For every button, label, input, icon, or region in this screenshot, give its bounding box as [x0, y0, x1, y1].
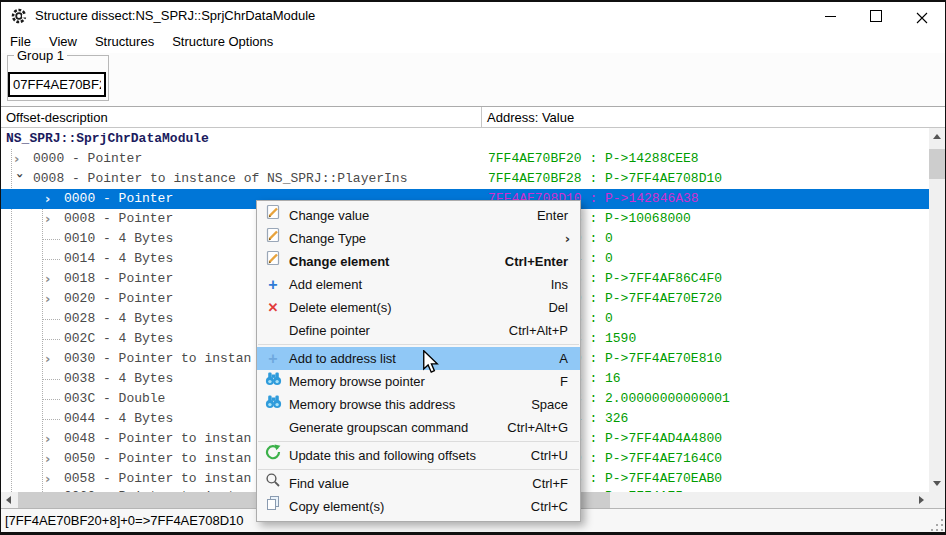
find-icon [257, 472, 289, 495]
chevron-collapsed-icon[interactable]: › [45, 449, 57, 469]
window-controls [807, 2, 945, 30]
title-bar: Structure dissect:NS_SPRJ::SprjChrDataMo… [1, 2, 945, 30]
change-element-icon [257, 250, 289, 273]
close-button[interactable] [899, 2, 945, 30]
tree-row-label: 0000 - Pointer [64, 189, 173, 209]
menu-structures[interactable]: Structures [86, 30, 163, 53]
menu-item-shortcut: Ctrl+Alt+P [509, 323, 580, 338]
column-header[interactable]: Offset-description Address: Value [1, 107, 945, 128]
tree-connector [42, 259, 60, 260]
column-offset-description[interactable]: Offset-description [6, 110, 108, 125]
menu-item-label: Change value [289, 208, 537, 223]
menu-item-change-value[interactable]: Change valueEnter [257, 204, 580, 227]
menu-item-shortcut: F [560, 374, 580, 389]
change-value-icon [257, 204, 289, 227]
chevron-collapsed-icon[interactable]: › [45, 269, 57, 289]
resize-grip-icon[interactable] [930, 518, 943, 531]
menu-item-label: Change Type [289, 231, 565, 246]
tree-row-label: 0018 - Pointer [64, 269, 173, 289]
menu-bar: FileViewStructuresStructure Options [1, 30, 945, 53]
group-address-input[interactable] [8, 72, 106, 97]
tree-row-label: 0028 - 4 Bytes [64, 309, 173, 329]
context-menu: Change valueEnterChange Type›Change elem… [256, 200, 581, 522]
binoculars-icon [257, 370, 289, 393]
column-address-value[interactable]: Address: Value [487, 110, 574, 125]
menu-item-shortcut: Space [531, 397, 580, 412]
chevron-collapsed-icon[interactable]: › [45, 189, 57, 209]
chevron-expanded-icon[interactable]: › [10, 173, 30, 185]
menu-separator [258, 344, 579, 345]
menu-item-shortcut: Ctrl+Alt+G [507, 420, 580, 435]
tree-row-address-value: 7FF4AE70BF28 : P->7FF4AE708D10 [488, 169, 722, 189]
chevron-down-icon [933, 481, 941, 486]
menu-item-update-this-and-following-offsets[interactable]: Update this and following offsetsCtrl+U [257, 444, 580, 467]
menu-item-shortcut: Enter [537, 208, 580, 223]
menu-item-shortcut: Ctrl+Enter [505, 254, 580, 269]
menu-item-label: Define pointer [289, 323, 509, 338]
group-panel: Group 1 [1, 53, 945, 107]
tree-connector [42, 419, 60, 420]
menu-item-add-element[interactable]: +Add elementIns [257, 273, 580, 296]
change-type-icon [257, 227, 289, 250]
cheat-engine-logo-icon [10, 7, 28, 25]
menu-item-change-element[interactable]: Change elementCtrl+Enter [257, 250, 580, 273]
chevron-collapsed-icon[interactable]: › [45, 429, 57, 449]
group-box-label: Group 1 [14, 48, 67, 63]
menu-structure-options[interactable]: Structure Options [163, 30, 282, 53]
tree-row-label: 002C - 4 Bytes [64, 329, 173, 349]
tree-row[interactable]: ›0008 - Pointer to instance of NS_SPRJ::… [1, 169, 929, 189]
tree-root[interactable]: NS_SPRJ::SprjChrDataModule [6, 129, 209, 149]
tree-row-label: 003C - Double [64, 389, 165, 409]
scroll-down-button[interactable] [929, 475, 945, 492]
tree-row-address-value: 7FF4AE70BF20 : P->14288CEE8 [488, 149, 699, 169]
menu-item-shortcut: Ins [551, 277, 580, 292]
menu-item-shortcut: Ctrl+U [531, 448, 580, 463]
scroll-left-button[interactable] [1, 492, 17, 508]
menu-item-shortcut: Del [548, 300, 580, 315]
menu-item-label: Copy element(s) [289, 499, 531, 514]
tree-connector [42, 399, 60, 400]
window-edge [0, 0, 946, 2]
menu-item-label: Delete element(s) [289, 300, 548, 315]
maximize-icon [870, 10, 882, 22]
menu-item-generate-groupscan-command[interactable]: Generate groupscan commandCtrl+Alt+G [257, 416, 580, 439]
tree-connector [42, 239, 60, 240]
tree-row-label: 0008 - Pointer to instance of NS_SPRJ::P… [33, 169, 407, 189]
chevron-collapsed-icon[interactable]: › [45, 209, 57, 229]
tree-row[interactable]: ›0000 - Pointer7FF4AE70BF20 : P->14288CE… [1, 149, 929, 169]
menu-item-delete-element-s-[interactable]: ✕Delete element(s)Del [257, 296, 580, 319]
tree-row-label: 0030 - Pointer to instan [64, 349, 251, 369]
chevron-collapsed-icon[interactable]: › [45, 469, 57, 489]
menu-item-memory-browse-pointer[interactable]: Memory browse pointerF [257, 370, 580, 393]
menu-item-label: Generate groupscan command [289, 420, 507, 435]
scrollbar-corner [929, 492, 945, 508]
window-inner: Structure dissect:NS_SPRJ::SprjChrDataMo… [1, 2, 945, 532]
menu-separator [258, 469, 579, 470]
chevron-collapsed-icon[interactable]: › [14, 149, 26, 169]
menu-item-change-type[interactable]: Change Type› [257, 227, 580, 250]
tree-row-label: 0038 - 4 Bytes [64, 369, 173, 389]
menu-item-memory-browse-this-address[interactable]: Memory browse this addressSpace [257, 393, 580, 416]
maximize-button[interactable] [853, 2, 899, 30]
chevron-collapsed-icon[interactable]: › [45, 349, 57, 369]
tree-row-label: 0050 - Pointer to instan [64, 449, 251, 469]
tree-connector [42, 319, 60, 320]
menu-item-define-pointer[interactable]: Define pointerCtrl+Alt+P [257, 319, 580, 342]
scroll-up-button[interactable] [929, 128, 945, 145]
tree-connector [42, 339, 60, 340]
refresh-icon [257, 444, 289, 467]
tree-row-label: 0010 - 4 Bytes [64, 229, 173, 249]
menu-item-find-value[interactable]: Find valueCtrl+F [257, 472, 580, 495]
vertical-scrollbar[interactable] [929, 128, 945, 492]
scroll-right-button[interactable] [913, 492, 929, 508]
tree-row-label: 0048 - Pointer to instan [64, 429, 251, 449]
menu-item-label: Update this and following offsets [289, 448, 531, 463]
menu-item-add-to-address-list[interactable]: +Add to address listA [257, 347, 580, 370]
menu-item-copy-element-s-[interactable]: Copy element(s)Ctrl+C [257, 495, 580, 518]
tree-row-label: 0014 - 4 Bytes [64, 249, 173, 269]
chevron-collapsed-icon[interactable]: › [45, 289, 57, 309]
chevron-right-icon [919, 496, 924, 504]
minimize-button[interactable] [807, 2, 853, 30]
menu-item-label: Find value [289, 476, 532, 491]
vertical-scroll-thumb[interactable] [929, 149, 945, 179]
